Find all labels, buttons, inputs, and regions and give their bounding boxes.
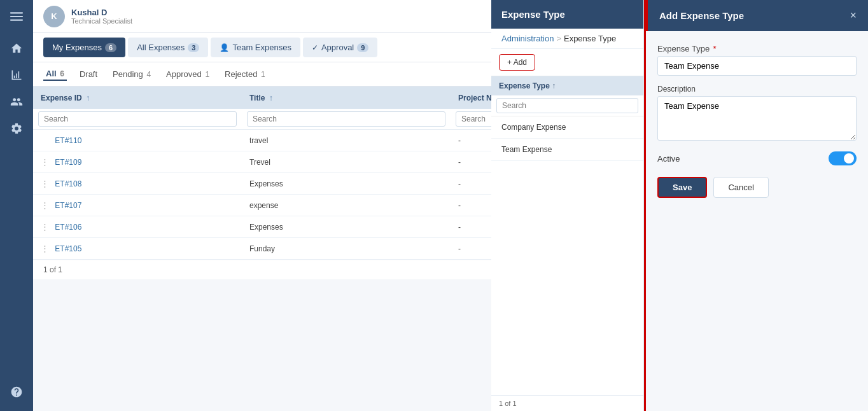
description-textarea[interactable]: Team Expense (657, 96, 857, 141)
add-expense-type-header: Add Expense Type × (646, 0, 868, 31)
form-actions: Save Cancel (657, 177, 857, 198)
breadcrumb: Administration > Expense Type (491, 29, 643, 49)
et-list-item-company[interactable]: Company Expense (491, 116, 643, 139)
et-pagination: 1 of 1 (491, 395, 643, 411)
filter-rejected[interactable]: Rejected 1 (222, 68, 268, 80)
cell-expense-id: ⋮ ET#106 (33, 216, 242, 238)
expense-type-label: Expense Type * (657, 44, 857, 53)
add-expense-type-body: Expense Type * Description Team Expense … (646, 31, 868, 211)
cancel-button[interactable]: Cancel (713, 177, 768, 198)
breadcrumb-current: Expense Type (564, 34, 616, 43)
cell-title: Expenses (242, 216, 451, 238)
home-icon[interactable] (5, 37, 28, 60)
filter-pending[interactable]: Pending 4 (110, 68, 153, 80)
cell-title: Funday (242, 238, 451, 260)
close-icon[interactable]: × (850, 9, 857, 22)
row-dots[interactable]: ⋮ (41, 200, 49, 210)
filter-approved[interactable]: Approved 1 (164, 68, 212, 80)
right-panel-overlay: Expense Type Administration > Expense Ty… (491, 0, 868, 411)
active-toggle[interactable] (829, 151, 857, 165)
help-icon[interactable] (5, 380, 28, 403)
save-button[interactable]: Save (657, 177, 707, 198)
cell-expense-id: ⋮ ET#107 (33, 195, 242, 216)
description-field: Description Team Expense (657, 85, 857, 143)
et-add-bar: + Add (491, 49, 643, 76)
expense-type-panel-header: Expense Type (491, 0, 643, 29)
sidebar (0, 0, 33, 411)
user-name: Kushal D (71, 8, 132, 17)
col-title[interactable]: Title ↑ (242, 87, 451, 109)
et-column-header: Expense Type ↑ (491, 76, 643, 95)
tab-approval[interactable]: ✓ Approval 9 (303, 38, 377, 57)
chart-icon[interactable] (5, 64, 28, 87)
cell-title: expense (242, 195, 451, 216)
row-dots[interactable]: ⋮ (41, 222, 49, 232)
cell-title: Trevel (242, 151, 451, 173)
et-search-input[interactable] (496, 98, 638, 113)
active-row: Active (657, 151, 857, 165)
search-title[interactable] (247, 111, 445, 127)
et-search-bar (491, 95, 643, 116)
people-icon[interactable] (5, 90, 28, 113)
svg-rect-2 (10, 20, 23, 21)
row-dots[interactable]: ⋮ (41, 179, 49, 188)
et-list-item-team[interactable]: Team Expense (491, 139, 643, 161)
gear-icon[interactable] (5, 117, 28, 140)
add-expense-type-title: Add Expense Type (659, 10, 744, 21)
expense-type-input[interactable] (657, 56, 857, 76)
avatar: K (43, 6, 65, 27)
user-role: Technical Specialist (71, 17, 132, 25)
cell-expense-id: ⋮ ET#109 (33, 151, 242, 173)
row-dots[interactable]: ⋮ (41, 244, 49, 253)
filter-all[interactable]: All 6 (43, 67, 67, 81)
cell-title: travel (242, 130, 451, 151)
cell-expense-id: ⋮ ET#110 (33, 130, 242, 151)
et-add-button[interactable]: + Add (499, 54, 535, 71)
svg-rect-0 (10, 12, 23, 13)
expense-type-list-panel: Expense Type Administration > Expense Ty… (491, 0, 644, 411)
active-label: Active (657, 154, 680, 164)
cell-expense-id: ⋮ ET#108 (33, 173, 242, 195)
breadcrumb-admin[interactable]: Administration (501, 34, 554, 43)
et-list: Company Expense Team Expense (491, 116, 643, 395)
user-info: Kushal D Technical Specialist (71, 8, 132, 25)
search-expense-id[interactable] (38, 111, 237, 127)
col-expense-id[interactable]: Expense ID ↑ (33, 87, 242, 109)
cell-expense-id: ⋮ ET#105 (33, 238, 242, 260)
cell-title: Expenses (242, 173, 451, 195)
tab-my-expenses[interactable]: My Expenses 6 (43, 38, 125, 57)
tab-team-expenses[interactable]: 👤 Team Expenses (211, 38, 300, 57)
add-expense-type-panel: Add Expense Type × Expense Type * Descri… (644, 0, 868, 411)
row-dots[interactable]: ⋮ (41, 157, 49, 167)
svg-rect-1 (10, 16, 23, 17)
expense-type-field: Expense Type * (657, 44, 857, 76)
filter-draft[interactable]: Draft (77, 68, 100, 80)
main-area: K Kushal D Technical Specialist My Expen… (33, 0, 868, 411)
toggle-slider (829, 151, 857, 165)
tab-all-expenses[interactable]: All Expenses 3 (128, 38, 208, 57)
menu-icon[interactable] (5, 5, 28, 28)
description-label: Description (657, 85, 857, 94)
